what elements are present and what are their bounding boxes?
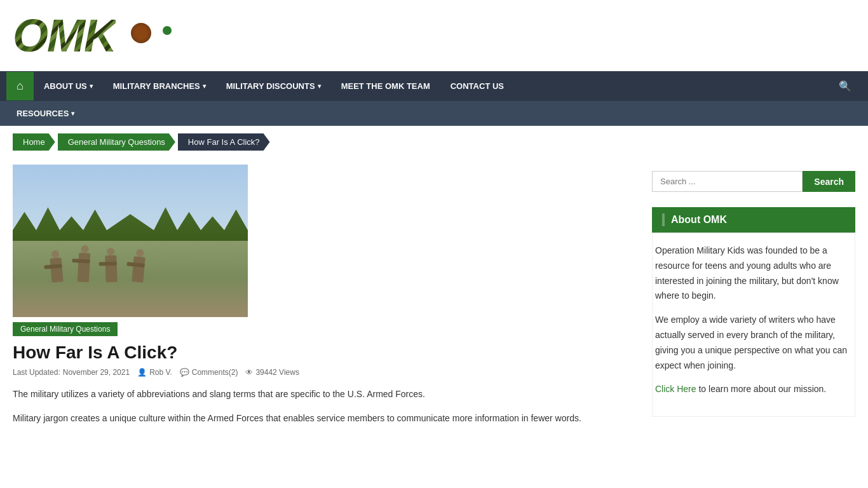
article-body: The military utilizes a variety of abbre… <box>13 387 639 426</box>
nav-military-branches[interactable]: MILITARY BRANCHES <box>103 72 216 100</box>
about-omk-widget: About OMK Operation Military Kids was fo… <box>652 207 855 417</box>
about-omk-title: About OMK <box>652 207 855 233</box>
article-author: 👤 Rob V. <box>137 368 172 377</box>
secondary-nav: RESOURCES <box>0 101 868 126</box>
nav-about-us[interactable]: ABOUT US <box>34 72 103 100</box>
article: General Military Questions How Far Is A … <box>13 165 639 435</box>
primary-nav: ⌂ ABOUT US MILITARY BRANCHES MILITARY DI… <box>0 71 868 101</box>
views-icon: 👁 <box>245 368 253 377</box>
about-omk-content: Operation Military Kids was founded to b… <box>652 233 855 417</box>
nav-home-button[interactable]: ⌂ <box>6 72 34 100</box>
breadcrumb-home[interactable]: Home <box>13 133 55 151</box>
logo-dot-icon <box>131 23 151 43</box>
article-comments[interactable]: 💬 Comments(2) <box>180 368 238 377</box>
main-content: General Military Questions How Far Is A … <box>0 158 868 448</box>
comment-icon: 💬 <box>180 368 189 377</box>
nav-contact-us[interactable]: CONTACT US <box>440 72 514 100</box>
search-input[interactable] <box>652 171 803 192</box>
article-views: 👁 39442 Views <box>245 368 299 377</box>
about-paragraph-3: Click Here to learn more about our missi… <box>655 382 852 397</box>
about-click-here-link[interactable]: Click Here <box>655 384 696 394</box>
logo-text: OMK <box>13 10 116 61</box>
sidebar: Search About OMK Operation Military Kids… <box>652 165 855 435</box>
article-category-badge[interactable]: General Military Questions <box>13 322 118 336</box>
article-paragraph-2: Military jargon creates a unique culture… <box>13 411 639 426</box>
site-header: OMK ⌂ ABOUT US MILITARY BRANCHES MILITAR… <box>0 0 868 126</box>
about-paragraph-2: We employ a wide variety of writers who … <box>655 313 852 373</box>
article-title: How Far Is A Click? <box>13 342 639 363</box>
article-meta: Last Updated: November 29, 2021 👤 Rob V.… <box>13 368 639 377</box>
nav-meet-team[interactable]: MEET THE OMK TEAM <box>331 72 440 100</box>
nav-search-button[interactable]: 🔍 <box>829 71 862 101</box>
logo[interactable]: OMK <box>13 10 855 62</box>
nav-military-discounts[interactable]: MILITARY DISCOUNTS <box>216 72 331 100</box>
home-icon: ⌂ <box>17 79 24 93</box>
author-icon: 👤 <box>137 368 147 377</box>
about-paragraph-1: Operation Military Kids was founded to b… <box>655 243 852 304</box>
breadcrumb-general-military[interactable]: General Military Questions <box>58 133 175 151</box>
breadcrumb: Home General Military Questions How Far … <box>0 126 868 158</box>
search-widget: Search <box>652 171 855 192</box>
article-image <box>13 165 248 317</box>
article-last-updated: Last Updated: November 29, 2021 <box>13 368 130 377</box>
logo-small-dot-icon <box>163 26 172 35</box>
soldiers-illustration <box>51 253 144 282</box>
nav-resources[interactable]: RESOURCES <box>6 101 85 126</box>
article-paragraph-1: The military utilizes a variety of abbre… <box>13 387 639 402</box>
search-button[interactable]: Search <box>803 171 855 192</box>
breadcrumb-article-title[interactable]: How Far Is A Click? <box>178 133 270 151</box>
